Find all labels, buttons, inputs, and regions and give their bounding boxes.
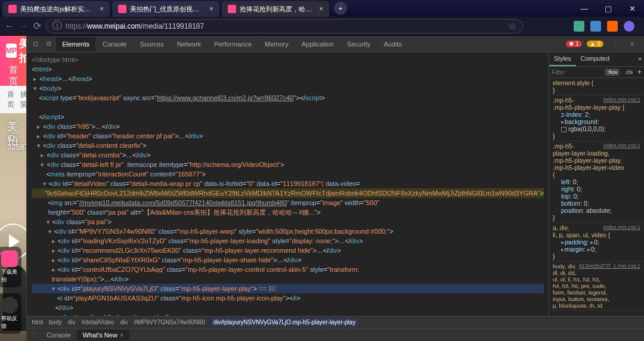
dom-tree[interactable]: <!doctype html> <html> <head>…</head> <b…	[27, 52, 549, 316]
extension-icon[interactable]	[574, 21, 584, 32]
address-bar: ← → ⟳ ⓘ https://www.meipai.com/media/111…	[0, 17, 644, 36]
close-icon[interactable]: ×	[319, 5, 323, 13]
extension-icons	[574, 21, 639, 32]
style-rule[interactable]: element.style { }	[549, 78, 644, 95]
inspect-icon[interactable]: ⊡	[29, 40, 42, 48]
more-icon[interactable]: »	[636, 52, 644, 66]
style-rule[interactable]: index.min.css:1 a, div, li, p, span, ul,…	[549, 223, 644, 262]
forward-button[interactable]: →	[19, 21, 29, 32]
warning-badge[interactable]: ▲ 3	[587, 41, 603, 47]
tab-console[interactable]: Console	[97, 37, 132, 51]
star-icon[interactable]: ☆	[508, 20, 516, 32]
extension-icon[interactable]	[590, 21, 601, 32]
tab-application[interactable]: Application	[296, 37, 340, 51]
tab-sources[interactable]: Sources	[134, 37, 169, 51]
favicon	[228, 5, 236, 13]
window-titlebar: 美拍爬虫逆向js解析实战 - 无名... × 美拍热门_优质原创视频 - 美拍.…	[0, 0, 644, 17]
tab-security[interactable]: Security	[341, 37, 377, 51]
drawer-console[interactable]: Console	[41, 330, 76, 340]
tab-title: 美拍爬虫逆向js解析实战 - 无名...	[20, 5, 94, 14]
extension-icon[interactable]	[607, 21, 618, 32]
drawer-menu-icon[interactable]: ⋮	[27, 331, 41, 339]
url-text: https://www.meipai.com/media/1119918187	[66, 22, 204, 30]
cls-toggle[interactable]: .cls	[622, 69, 635, 76]
favicon	[118, 5, 126, 13]
filter-input[interactable]	[552, 69, 581, 76]
logo-text: 美拍	[19, 36, 26, 65]
back-button[interactable]: ←	[5, 21, 14, 32]
info-icon: ⓘ	[52, 20, 62, 32]
close-icon[interactable]: ✕	[626, 41, 638, 47]
browser-tab[interactable]: 美拍爬虫逆向js解析实战 - 无名... ×	[2, 1, 110, 17]
qq-icon	[1, 297, 18, 314]
label: 帮助反馈	[1, 315, 18, 330]
new-tab-button[interactable]: +	[334, 2, 347, 15]
devtools-tabs: ⊡ ⧉ Elements Console Sources Network Per…	[27, 36, 644, 52]
minimize-button[interactable]: —	[572, 0, 596, 17]
settings-icon[interactable]: ⋮	[608, 41, 621, 47]
add-rule-button[interactable]: +	[637, 68, 642, 76]
favicon	[8, 5, 17, 13]
maximize-button[interactable]: ▢	[596, 0, 620, 17]
download-app-button[interactable]: 下载美拍	[0, 247, 21, 287]
profile-avatar[interactable]	[624, 21, 634, 32]
tab-title: 美拍热门_优质原创视频 - 美拍...	[130, 5, 203, 14]
tab-title: 抢捧花抢到新高度，哈哈哈～#...	[240, 5, 313, 14]
tab-audits[interactable]: Audits	[377, 37, 408, 51]
close-icon[interactable]: ×	[100, 5, 104, 13]
reload-button[interactable]: ⟳	[33, 20, 41, 32]
close-icon[interactable]: ×	[209, 5, 213, 13]
help-button[interactable]: 帮助反馈	[0, 293, 21, 334]
tab-elements[interactable]: Elements	[56, 37, 95, 51]
style-rule[interactable]: 813ee2bd77f_1.min.css:1 body, div, dl, d…	[549, 262, 644, 311]
nav-home[interactable]: 首页	[9, 64, 18, 87]
styles-panel: Styles Computed » :hov .cls + element.st…	[549, 52, 644, 316]
drawer-tabs: ⋮ Console What's New×	[27, 328, 644, 341]
site-header: MP 美拍 网页版 搜索	[0, 36, 26, 66]
tab-memory[interactable]: Memory	[259, 37, 295, 51]
label: 下载美拍	[1, 268, 18, 284]
device-icon[interactable]: ⧉	[43, 40, 55, 48]
style-rule[interactable]: index.min.css:1.mp-h5- player-layer-load…	[549, 141, 644, 223]
logo-icon: MP	[6, 44, 17, 58]
tab-performance[interactable]: Performance	[208, 37, 258, 51]
browser-tab-active[interactable]: 抢捧花抢到新高度，哈哈哈～#... ×	[222, 1, 329, 17]
tab-network[interactable]: Network	[171, 37, 207, 51]
dom-breadcrumb[interactable]: html body div #detailVideo div #MP9VY7GN…	[27, 316, 644, 328]
error-badge[interactable]: ✖ 1	[566, 41, 581, 47]
close-window-button[interactable]: ✕	[620, 0, 644, 17]
page-content: MP 美拍 网页版 搜索 首页 热门 直播 搞笑 首页 搞笑 美拍 ID: 32…	[0, 36, 26, 341]
style-rule[interactable]: index.min.css:1.mp-h5- .mp-h5-player-lay…	[549, 95, 644, 141]
styles-tab[interactable]: Styles	[549, 52, 576, 66]
computed-tab[interactable]: Computed	[576, 52, 614, 66]
url-input[interactable]: ⓘ https://www.meipai.com/media/111991818…	[46, 19, 523, 33]
browser-tab[interactable]: 美拍热门_优质原创视频 - 美拍... ×	[112, 1, 219, 17]
site-nav: 首页 热门 直播 搞笑	[0, 66, 26, 86]
video-id: ID: 32587364	[7, 134, 26, 151]
devtools-panel: ⊡ ⧉ Elements Console Sources Network Per…	[26, 36, 644, 341]
drawer-whatsnew[interactable]: What's New×	[77, 330, 130, 340]
crumb-home[interactable]: 首页	[7, 89, 14, 110]
crumb-category[interactable]: 搞笑	[20, 89, 26, 110]
video-player[interactable]: 美拍 ID: 32587364 下载美拍 帮助反馈	[0, 113, 26, 341]
breadcrumb: 首页 搞笑	[0, 86, 26, 113]
hov-toggle[interactable]: :hov	[605, 69, 620, 76]
app-icon	[1, 250, 18, 267]
site-logo[interactable]: MP 美拍	[6, 36, 26, 65]
